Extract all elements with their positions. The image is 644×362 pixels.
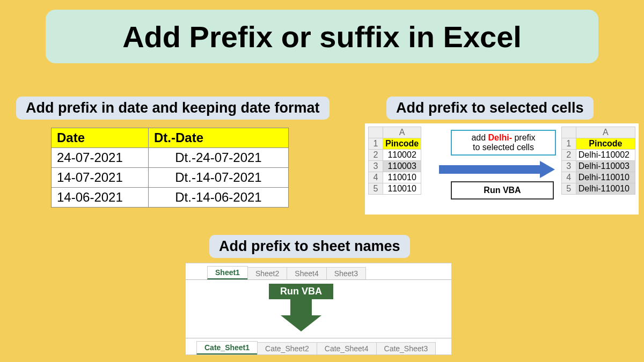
pincode-cell: 110002 xyxy=(383,150,421,161)
pincode-header: Pincode xyxy=(576,138,635,150)
date-cell: Dt.-14-07-2021 xyxy=(149,168,289,188)
table-row: 24-07-2021 Dt.-24-07-2021 xyxy=(52,148,289,168)
pincode-cell: 110010 xyxy=(383,183,421,195)
sheet-tab[interactable]: Sheet3 xyxy=(326,267,366,279)
table-row: 14-06-2021 Dt.-14-06-2021 xyxy=(52,188,289,208)
date-cell: 24-07-2021 xyxy=(52,148,149,168)
date-cell: Dt.-24-07-2021 xyxy=(149,148,289,168)
sheet-tabs-before: Sheet1 Sheet2 Sheet4 Sheet3 xyxy=(186,263,451,280)
run-vba-arrow-down-icon: Run VBA xyxy=(269,284,333,331)
pincode-header: Pincode xyxy=(383,138,421,150)
date-prefix-table: Date Dt.-Date 24-07-2021 Dt.-24-07-2021 … xyxy=(51,128,289,208)
run-vba-label: Run VBA xyxy=(451,181,554,200)
sheet-tab[interactable]: Cate_Sheet1 xyxy=(196,341,258,354)
pincode-before-grid: A 1Pincode 2110002 3110003 4110010 51100… xyxy=(368,127,421,195)
bubble-text: prefix xyxy=(512,133,536,142)
date-col2-header: Dt.-Date xyxy=(149,128,289,148)
section2-body: A 1Pincode 2110002 3110003 4110010 51100… xyxy=(365,123,639,215)
page-title: Add Prefix or suffix in Excel xyxy=(46,10,598,63)
pincode-cell: 110010 xyxy=(383,172,421,183)
pincode-cell: Delhi-110010 xyxy=(576,172,635,183)
pincode-after-grid: A 1Pincode 2Delhi-110002 3Delhi-110003 4… xyxy=(561,127,635,195)
section2-heading: Add prefix to selected cells xyxy=(386,97,594,120)
sheet-tab[interactable]: Sheet4 xyxy=(287,267,326,279)
pincode-cell: Delhi-110002 xyxy=(576,150,635,161)
arrow-right-icon xyxy=(439,162,557,177)
sheet-tab[interactable]: Sheet1 xyxy=(207,266,248,279)
section1-heading: Add prefix in date and keeping date form… xyxy=(16,97,330,120)
bubble-text: to selected cells xyxy=(473,143,534,152)
sheet-tabs-after: Cate_Sheet1 Cate_Sheet2 Cate_Sheet4 Cate… xyxy=(186,338,451,354)
run-vba-label: Run VBA xyxy=(269,284,333,299)
date-cell: 14-07-2021 xyxy=(52,168,149,188)
sheet-tab[interactable]: Cate_Sheet2 xyxy=(257,342,317,354)
table-row: 14-07-2021 Dt.-14-07-2021 xyxy=(52,168,289,188)
date-cell: 14-06-2021 xyxy=(52,188,149,208)
date-cell: Dt.-14-06-2021 xyxy=(149,188,289,208)
pincode-cell: Delhi-110010 xyxy=(576,183,635,195)
pincode-cell: 110003 xyxy=(383,161,421,172)
date-col1-header: Date xyxy=(52,128,149,148)
section3-heading: Add prefix to sheet names xyxy=(209,235,410,258)
bubble-text: add xyxy=(471,133,488,142)
pincode-cell: Delhi-110003 xyxy=(576,161,635,172)
section3-body: Sheet1 Sheet2 Sheet4 Sheet3 Run VBA Cate… xyxy=(185,263,452,355)
bubble-prefix-word: Delhi- xyxy=(488,133,512,142)
sheet-tab[interactable]: Cate_Sheet3 xyxy=(376,342,436,354)
col-letter: A xyxy=(383,127,421,138)
sheet-tab[interactable]: Cate_Sheet4 xyxy=(317,342,377,354)
prefix-instruction-bubble: add Delhi- prefix to selected cells xyxy=(451,130,556,156)
sheet-tab[interactable]: Sheet2 xyxy=(247,267,287,279)
col-letter: A xyxy=(576,127,635,138)
